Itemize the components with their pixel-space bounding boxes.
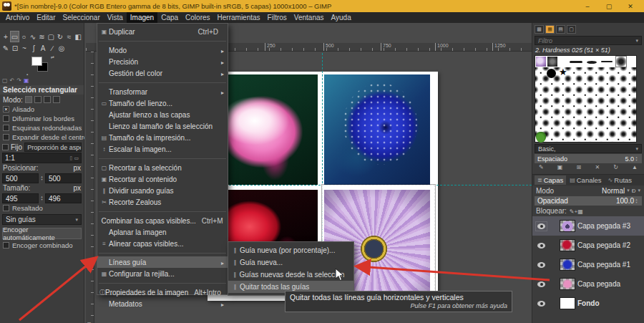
brush-category-select[interactable]: Basic, ▾ bbox=[535, 144, 642, 153]
tool-icon[interactable]: ◎ bbox=[57, 43, 66, 53]
brush-thumbnail-selected-hardness[interactable] bbox=[615, 56, 627, 67]
brush-thumbnail-circle[interactable] bbox=[547, 69, 556, 78]
size-unit-select[interactable]: px bbox=[73, 184, 81, 192]
menubar-item[interactable]: Ventanas bbox=[291, 12, 328, 23]
menubar-item[interactable]: Ayuda bbox=[328, 12, 355, 23]
checkbox[interactable] bbox=[3, 115, 9, 122]
submenu-item[interactable]: ∥ Guías nuevas desde la selección bbox=[228, 269, 353, 281]
tool-icon[interactable]: ⊡ bbox=[11, 43, 19, 53]
tool-icon[interactable]: ↻ bbox=[56, 32, 64, 42]
brush-thumbnail-star[interactable]: ★ bbox=[559, 67, 567, 77]
position-x-input[interactable]: 500 bbox=[2, 173, 39, 183]
menu-item[interactable]: Modo bbox=[97, 44, 228, 56]
tool-icon[interactable]: ∿ bbox=[29, 32, 37, 42]
menubar-item[interactable]: Herramientas bbox=[214, 12, 264, 23]
menu-item[interactable]: ▣ Recortar al contenido bbox=[97, 173, 228, 185]
default-colors-icon[interactable]: ▪ bbox=[26, 72, 28, 77]
highlight-checkbox[interactable] bbox=[3, 205, 9, 211]
layers-dock-tab[interactable]: ≣ Capas bbox=[535, 175, 566, 185]
menu-item[interactable]: Precisión bbox=[97, 56, 228, 67]
foreground-color-swatch[interactable] bbox=[31, 57, 42, 66]
brush-spacing-slider[interactable]: Espaciado 5.0 bbox=[535, 154, 642, 163]
dock-tab-icon[interactable]: ↶ bbox=[10, 77, 15, 85]
brush-action-icon[interactable]: ▣ bbox=[557, 164, 563, 173]
submenu-item[interactable]: ∥ Guía nueva (por porcentaje)... bbox=[228, 244, 353, 256]
checkbox[interactable] bbox=[3, 106, 9, 112]
mode-add-button[interactable] bbox=[34, 96, 42, 103]
checkbox[interactable] bbox=[3, 125, 9, 131]
checkbox[interactable] bbox=[3, 134, 9, 140]
fixed-type-select[interactable]: Proporción de aspecto bbox=[24, 143, 82, 152]
submenu-item[interactable]: ∥ Guía nueva... bbox=[228, 256, 353, 269]
menu-item[interactable]: ▭ Tamaño del lienzo... bbox=[97, 97, 228, 109]
layer-row[interactable]: Capa pegada #2 bbox=[532, 236, 644, 255]
spacing-spinner[interactable] bbox=[634, 156, 639, 162]
menu-item[interactable]: ▤ Tamaño de la impresión... bbox=[97, 132, 228, 143]
size-width-input[interactable]: 495 bbox=[2, 193, 39, 203]
menu-item[interactable]: ⓘ Propiedades de la imagen Alt+Intro bbox=[97, 286, 228, 298]
dockable-tab-icon[interactable]: ▤ bbox=[556, 25, 565, 34]
brush-action-icon[interactable]: ▲ bbox=[632, 164, 638, 173]
tool-icon[interactable]: ʃ bbox=[29, 43, 38, 53]
layers-dock-tab[interactable]: ∿ Rutas bbox=[605, 175, 635, 185]
menu-item[interactable]: Líneas guía bbox=[97, 256, 228, 268]
brush-thumbnail-thin-line[interactable] bbox=[601, 61, 613, 62]
menubar-item[interactable]: Capa bbox=[157, 12, 182, 23]
menu-item[interactable]: ▢ Recortar a la selección bbox=[97, 162, 228, 173]
visibility-toggle[interactable] bbox=[535, 279, 547, 289]
menubar-item[interactable]: Archivo bbox=[2, 12, 33, 23]
tool-icon[interactable]: ○ bbox=[19, 32, 28, 42]
dockable-tab-icon[interactable]: ▢ bbox=[567, 25, 576, 34]
dockable-tab-icon[interactable]: ▦ bbox=[545, 25, 555, 34]
menu-item[interactable] bbox=[97, 155, 228, 162]
visibility-toggle[interactable] bbox=[535, 221, 547, 231]
menu-item[interactable] bbox=[97, 79, 228, 86]
brush-action-icon[interactable]: ✕ bbox=[595, 164, 600, 173]
dock-tab-icon[interactable]: ▣ bbox=[24, 77, 29, 85]
aspect-ratio-input[interactable]: 1:1 ▯ ▭ bbox=[2, 153, 82, 163]
brush-action-icon[interactable]: ✎ bbox=[539, 164, 544, 173]
window-control-button[interactable]: – bbox=[577, 3, 598, 10]
menu-item[interactable]: ✂ Recorte Zealous bbox=[97, 196, 228, 208]
menu-item[interactable]: ↕ Escalar la imagen... bbox=[97, 143, 228, 155]
mode-replace-button[interactable] bbox=[25, 96, 32, 103]
layer-row[interactable]: Capa pegada #1 bbox=[532, 255, 644, 274]
menu-item[interactable]: ▣ Duplicar Ctrl+D bbox=[97, 26, 228, 37]
brush-thumbnail-clipboard-1[interactable] bbox=[536, 57, 546, 67]
tool-icon[interactable]: ✎ bbox=[1, 43, 10, 53]
fixed-checkbox[interactable] bbox=[2, 144, 9, 150]
brush-grid[interactable]: ★ bbox=[535, 55, 637, 143]
guides-select[interactable]: Sin guías ▾ bbox=[2, 214, 82, 225]
brush-action-icon[interactable]: ↻ bbox=[613, 164, 618, 173]
menu-item[interactable]: Aplanar la imagen bbox=[97, 226, 228, 238]
visibility-toggle[interactable] bbox=[535, 299, 547, 309]
menu-item[interactable]: ∥ Dividir usando guías bbox=[97, 185, 228, 196]
tool-icon[interactable]: ◧ bbox=[74, 32, 82, 42]
visibility-toggle[interactable] bbox=[535, 260, 547, 270]
layer-row[interactable]: Capa pegada #3 bbox=[532, 216, 644, 236]
menubar-item[interactable]: Editar bbox=[33, 12, 59, 23]
menu-item[interactable]: Metadatos bbox=[97, 298, 228, 309]
brush-thumbnail-clipboard-2[interactable] bbox=[547, 57, 557, 67]
position-unit-select[interactable]: px bbox=[73, 164, 81, 172]
tool-icon[interactable]: ≈ bbox=[65, 32, 74, 42]
brush-thumbnail-line[interactable] bbox=[570, 61, 582, 63]
brush-thumbnail-oval[interactable] bbox=[587, 61, 597, 64]
mode-space-toggle[interactable]: Ð bbox=[632, 188, 636, 194]
menu-item[interactable]: Lienzo al tamaño de la selección bbox=[97, 120, 228, 132]
window-control-button[interactable]: ▢ bbox=[598, 3, 620, 10]
tool-icon[interactable]: ▢ bbox=[47, 32, 55, 42]
dock-tab-icon[interactable]: ▢ bbox=[2, 77, 8, 85]
menu-item[interactable]: Combinar las capas visibles... Ctrl+M bbox=[97, 215, 228, 226]
layer-row[interactable]: Fondo bbox=[532, 294, 644, 313]
shrink-merged-checkbox[interactable] bbox=[3, 242, 9, 249]
auto-shrink-button[interactable]: Encoger automáticamente bbox=[2, 228, 82, 239]
ratio-portrait-icon[interactable]: ▯ bbox=[70, 155, 73, 161]
menu-item[interactable] bbox=[97, 279, 228, 286]
brush-thumbnail-pepper[interactable] bbox=[536, 132, 546, 143]
menu-item[interactable]: ≡ Alinear capas visibles... bbox=[97, 238, 228, 249]
size-spinner[interactable] bbox=[39, 196, 44, 201]
dockable-tab-icon[interactable]: ▩ bbox=[535, 25, 544, 34]
menu-item[interactable] bbox=[97, 249, 228, 256]
menubar-item[interactable]: Vista bbox=[104, 12, 127, 23]
